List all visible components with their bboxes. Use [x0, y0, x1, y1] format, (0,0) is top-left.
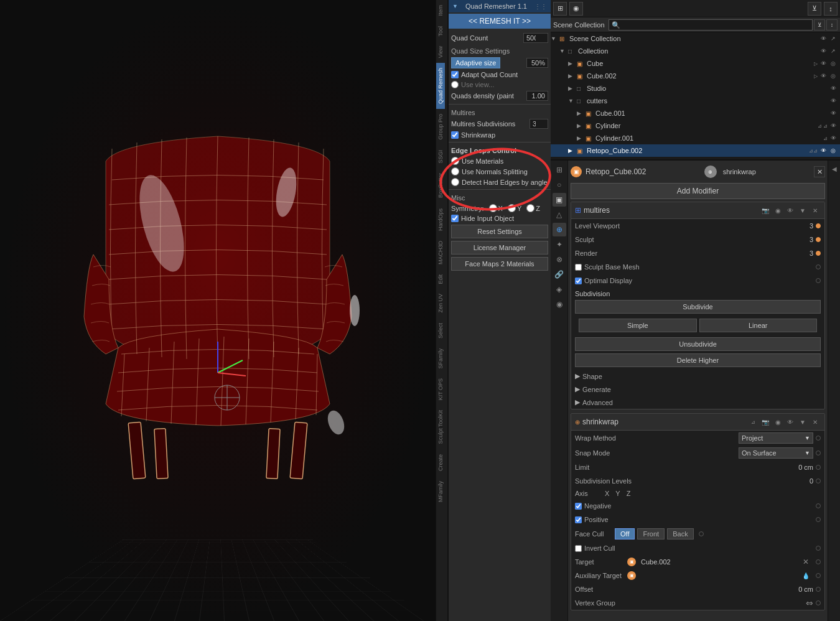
- tab-hardops[interactable]: HardOps: [436, 203, 445, 236]
- positive-checkbox[interactable]: [575, 516, 582, 523]
- optimal-display-dot[interactable]: [816, 278, 821, 283]
- sw-render-btn[interactable]: ◉: [772, 416, 783, 427]
- tab-edit[interactable]: Edit: [436, 269, 445, 289]
- cutters-item[interactable]: ▼ □ cutters 👁: [551, 95, 840, 107]
- multires-subdivisions-input[interactable]: [530, 119, 548, 129]
- editor-type-btn[interactable]: ⊞: [553, 2, 567, 16]
- material-prop-icon[interactable]: ◉: [553, 297, 566, 311]
- data-prop-icon[interactable]: ◈: [553, 282, 566, 296]
- hide-input-checkbox[interactable]: [451, 215, 459, 222]
- sculpt-dot[interactable]: [816, 237, 821, 242]
- adapt-quad-count-checkbox[interactable]: [451, 71, 459, 78]
- level-viewport-dot[interactable]: [816, 223, 821, 228]
- shape-toggle[interactable]: ▶ Shape: [571, 370, 824, 383]
- remesh-button[interactable]: << REMESH IT >>: [449, 14, 551, 29]
- sym-y-radio[interactable]: [508, 204, 516, 212]
- invert-cull-checkbox[interactable]: [575, 545, 582, 552]
- multires-name-input[interactable]: [584, 206, 757, 215]
- optimal-display-checkbox[interactable]: [575, 278, 582, 284]
- aux-target-dot[interactable]: [816, 573, 821, 578]
- face-cull-dot[interactable]: [699, 531, 704, 536]
- tab-sfamily[interactable]: SFamily: [436, 343, 445, 374]
- cylinder001-item[interactable]: ▶ ▣ Cylinder.001 ⊿ 👁: [551, 132, 840, 144]
- face-maps-btn[interactable]: Face Maps 2 Materials: [451, 257, 548, 271]
- target-remove-btn[interactable]: ✕: [801, 557, 811, 567]
- delete-higher-btn[interactable]: Delete Higher: [575, 353, 821, 367]
- outliner-search-input[interactable]: [609, 19, 813, 30]
- negative-checkbox[interactable]: [575, 503, 582, 510]
- world-prop-icon[interactable]: ○: [553, 178, 566, 192]
- props-close-btn[interactable]: ✕: [814, 166, 825, 177]
- snap-mode-dropdown[interactable]: On Surface ▼: [739, 447, 813, 459]
- tab-item[interactable]: Item: [436, 0, 445, 21]
- subdivision-levels-dot[interactable]: [816, 479, 821, 483]
- tab-zen-uv[interactable]: Zen UV: [436, 289, 445, 318]
- use-materials-radio[interactable]: [451, 157, 459, 165]
- retopo-cube-item[interactable]: ▶ ▣ Retopo_Cube.002 ⊿⊿ 👁 ◎: [551, 144, 840, 157]
- particles-prop-icon[interactable]: ✦: [553, 238, 566, 251]
- collection-item[interactable]: ▼ □ Collection 👁 ↗: [551, 45, 840, 57]
- detect-hard-edges-radio[interactable]: [451, 178, 459, 186]
- studio-item[interactable]: ▶ □ Studio 👁: [551, 82, 840, 95]
- add-modifier-btn[interactable]: Add Modifier: [571, 183, 825, 199]
- cube002-item[interactable]: ▶ ▣ Cube.002 ▷ 👁 ◎: [551, 70, 840, 82]
- quad-count-input[interactable]: [523, 33, 548, 43]
- tab-create[interactable]: Create: [436, 449, 445, 476]
- tab-view[interactable]: View: [436, 41, 445, 63]
- license-manager-btn[interactable]: License Manager: [451, 241, 548, 254]
- constraints-prop-icon[interactable]: 🔗: [553, 268, 566, 281]
- linear-btn[interactable]: Linear: [699, 319, 818, 332]
- cube001-item[interactable]: ▶ ▣ Cube.001 👁: [551, 107, 840, 119]
- 3d-viewport[interactable]: [0, 0, 436, 621]
- tab-sculpt-toolkit[interactable]: Sculpt ToolKit: [436, 405, 445, 449]
- tab-mach3d[interactable]: MACH3D: [436, 236, 445, 269]
- multires-close-btn[interactable]: ✕: [810, 205, 821, 216]
- multires-view-btn[interactable]: 👁: [785, 205, 796, 216]
- sw-tri-btn[interactable]: ⊿: [747, 416, 758, 427]
- wrap-method-dropdown[interactable]: Project ▼: [739, 432, 813, 444]
- tab-kit-ops[interactable]: KIT OPS: [436, 373, 445, 405]
- reset-settings-btn[interactable]: Reset Settings: [451, 225, 548, 238]
- scene-collection-item[interactable]: ▼ ⊞ Scene Collection 👁 ↗: [551, 32, 840, 45]
- scene-prop-icon[interactable]: ⊞: [553, 163, 566, 177]
- shrinkwrap-checkbox[interactable]: [451, 131, 459, 139]
- invert-cull-dot[interactable]: [816, 546, 821, 551]
- positive-dot[interactable]: [816, 517, 821, 522]
- multires-expand-btn[interactable]: ▼: [797, 205, 808, 216]
- sw-expand-btn[interactable]: ▼: [797, 416, 808, 427]
- multires-cam-btn[interactable]: 📷: [760, 205, 771, 216]
- simple-btn[interactable]: Simple: [579, 319, 697, 332]
- sculpt-base-mesh-checkbox[interactable]: [575, 264, 582, 271]
- multires-render-btn[interactable]: ◉: [772, 205, 783, 216]
- sculpt-base-dot[interactable]: [816, 264, 821, 269]
- tab-ssgi[interactable]: SSGI: [436, 145, 445, 169]
- tab-mfamily[interactable]: MFamily: [436, 476, 445, 507]
- viewport-shading-btn[interactable]: ◉: [569, 2, 583, 16]
- object-prop-icon[interactable]: ▣: [553, 193, 566, 207]
- filter-icon[interactable]: ⊻: [808, 2, 821, 16]
- face-cull-back-btn[interactable]: Back: [667, 528, 693, 539]
- sw-cam-btn[interactable]: 📷: [760, 416, 771, 427]
- use-normals-radio[interactable]: [451, 167, 459, 175]
- pr-icon-1[interactable]: ◀: [829, 163, 840, 174]
- vertex-group-dot[interactable]: [816, 600, 821, 605]
- limit-dot[interactable]: [816, 465, 821, 470]
- use-view-radio[interactable]: [451, 81, 459, 88]
- wrap-method-dot[interactable]: [816, 436, 821, 441]
- subdivide-btn[interactable]: Subdivide: [575, 300, 821, 314]
- physics-prop-icon[interactable]: ⊗: [553, 253, 566, 266]
- cube-item[interactable]: ▶ ▣ Cube ▷ 👁 ◎: [551, 57, 840, 70]
- outliner-filter-btn[interactable]: ⊻: [814, 19, 825, 30]
- sw-close-btn[interactable]: ✕: [810, 416, 821, 427]
- tab-boxcutter[interactable]: BoxCutter: [436, 168, 445, 203]
- sort-icon[interactable]: ↕: [824, 2, 838, 16]
- face-cull-front-btn[interactable]: Front: [637, 528, 665, 539]
- offset-dot[interactable]: [816, 587, 821, 592]
- unsubdivide-btn[interactable]: Unsubdivide: [575, 337, 821, 351]
- tab-quad-remesh[interactable]: Quad Remesh: [436, 63, 445, 109]
- shrinkwrap-name-input[interactable]: [582, 418, 745, 426]
- sym-x-radio[interactable]: [489, 204, 497, 212]
- mesh-prop-icon[interactable]: △: [553, 208, 566, 222]
- adaptive-size-btn[interactable]: Adaptive size: [451, 57, 500, 68]
- face-cull-off-btn[interactable]: Off: [615, 528, 635, 539]
